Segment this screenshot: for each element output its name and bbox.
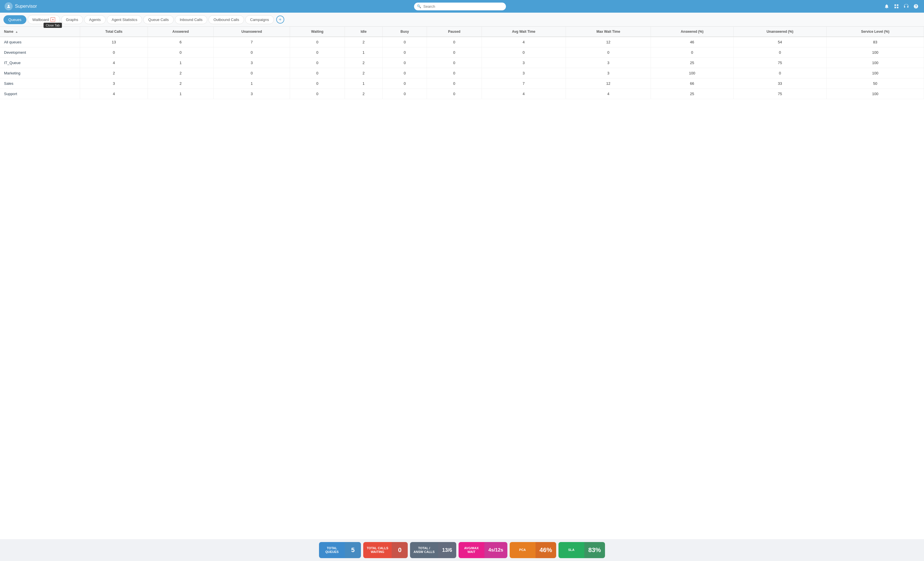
table-cell: 3 <box>566 58 651 68</box>
table-cell: Marketing <box>0 68 80 78</box>
col-waiting: Waiting <box>290 27 345 37</box>
tab-outbound-calls[interactable]: Outbound Calls <box>208 15 244 24</box>
header: Supervisor 🔍 <box>0 0 924 13</box>
queues-table-container: Name ▲ Total Calls Answered Unanswered W… <box>0 27 924 539</box>
table-cell: 3 <box>213 89 290 99</box>
col-paused: Paused <box>427 27 482 37</box>
table-cell: 33 <box>734 78 826 89</box>
stat-total-calls-waiting: TOTAL CALLSWAITING 0 <box>363 542 408 558</box>
table-header-row: Name ▲ Total Calls Answered Unanswered W… <box>0 27 924 37</box>
grid-icon[interactable] <box>893 3 900 10</box>
header-icons <box>883 3 920 10</box>
table-cell: 0 <box>427 58 482 68</box>
headset-icon[interactable] <box>903 3 910 10</box>
stat-pca: PCA 46% <box>510 542 556 558</box>
stat-total-calls-waiting-label: TOTAL CALLSWAITING <box>363 542 392 558</box>
table-cell: 0 <box>382 89 427 99</box>
help-icon[interactable] <box>912 3 920 10</box>
table-cell: 25 <box>651 58 734 68</box>
table-cell: 7 <box>213 37 290 47</box>
table-cell: 1 <box>345 47 382 58</box>
table-cell: 0 <box>80 47 148 58</box>
tab-queues-label: Queues <box>8 18 21 22</box>
table-cell: 83 <box>826 37 924 47</box>
table-cell: 7 <box>482 78 566 89</box>
table-cell: 100 <box>651 68 734 78</box>
tab-agents[interactable]: Agents <box>84 15 105 24</box>
notifications-icon[interactable] <box>883 3 890 10</box>
table-cell: 0 <box>382 78 427 89</box>
tab-agent-statistics[interactable]: Agent Statistics <box>107 15 142 24</box>
stat-total-queues-label: TOTALQUEUES <box>319 542 345 558</box>
tab-queue-calls[interactable]: Queue Calls <box>143 15 174 24</box>
stat-avg-max-wait: AVG/MAXWAIT 4s/12s <box>459 542 507 558</box>
tab-campaigns[interactable]: Campaigns <box>245 15 274 24</box>
table-cell: Sales <box>0 78 80 89</box>
tab-queues[interactable]: Queues <box>3 15 26 24</box>
stat-avg-max-wait-label: AVG/MAXWAIT <box>459 542 484 558</box>
queues-table: Name ▲ Total Calls Answered Unanswered W… <box>0 27 924 99</box>
tab-graphs-label: Graphs <box>66 18 78 22</box>
tab-inbound-calls-label: Inbound Calls <box>180 18 203 22</box>
close-tab-icon[interactable]: ✕ Close Tab <box>51 17 55 22</box>
stat-total-queues-value: 5 <box>345 542 361 558</box>
search-input[interactable] <box>414 3 506 11</box>
table-cell: 0 <box>427 47 482 58</box>
table-cell: 12 <box>566 37 651 47</box>
tab-queue-calls-label: Queue Calls <box>148 18 169 22</box>
tab-inbound-calls[interactable]: Inbound Calls <box>175 15 208 24</box>
tab-outbound-calls-label: Outbound Calls <box>213 18 239 22</box>
table-cell: 4 <box>80 58 148 68</box>
col-answered: Answered <box>148 27 213 37</box>
table-cell: 0 <box>290 78 345 89</box>
table-cell: 0 <box>290 89 345 99</box>
table-row: IT_Queue4130200332575100 <box>0 58 924 68</box>
stat-total-calls-waiting-value: 0 <box>392 542 408 558</box>
table-row: Development00001000000100 <box>0 47 924 58</box>
table-cell: 3 <box>213 58 290 68</box>
user-avatar-icon <box>4 2 13 11</box>
tab-wallboard-label: Wallboard <box>33 18 49 22</box>
add-tab-button[interactable]: + <box>276 15 284 24</box>
table-cell: 25 <box>651 89 734 99</box>
stat-pca-label: PCA <box>510 542 536 558</box>
table-cell: All queues <box>0 37 80 47</box>
table-cell: 0 <box>290 47 345 58</box>
table-cell: 75 <box>734 89 826 99</box>
table-cell: 3 <box>80 78 148 89</box>
stat-sla: SLA 83% <box>558 542 605 558</box>
table-cell: 1 <box>148 89 213 99</box>
col-idle: Idle <box>345 27 382 37</box>
table-cell: 2 <box>345 89 382 99</box>
search-icon: 🔍 <box>417 4 421 8</box>
table-cell: IT_Queue <box>0 58 80 68</box>
stat-total-answ-calls-value: 13/6 <box>438 542 456 558</box>
table-row: Marketing2200200331000100 <box>0 68 924 78</box>
table-body: All queues13670200412465483Development00… <box>0 37 924 99</box>
table-cell: 13 <box>80 37 148 47</box>
table-cell: 2 <box>148 78 213 89</box>
stat-pca-value: 46% <box>536 542 556 558</box>
table-cell: 0 <box>382 68 427 78</box>
col-name[interactable]: Name ▲ <box>0 27 80 37</box>
table-cell: 0 <box>651 47 734 58</box>
search-area: 🔍 <box>37 3 883 11</box>
table-cell: 0 <box>566 47 651 58</box>
table-cell: 2 <box>345 68 382 78</box>
table-cell: 2 <box>148 68 213 78</box>
sort-icon: ▲ <box>15 30 18 33</box>
table-cell: 2 <box>345 37 382 47</box>
col-busy: Busy <box>382 27 427 37</box>
table-cell: 0 <box>290 58 345 68</box>
table-cell: 1 <box>148 58 213 68</box>
tab-wallboard[interactable]: Wallboard ✕ Close Tab <box>28 15 60 24</box>
table-cell: 75 <box>734 58 826 68</box>
table-row: Sales3210100712663350 <box>0 78 924 89</box>
table-cell: 3 <box>482 58 566 68</box>
main-content: Name ▲ Total Calls Answered Unanswered W… <box>0 27 924 561</box>
table-cell: 46 <box>651 37 734 47</box>
table-cell: 100 <box>826 58 924 68</box>
stats-bar: TOTALQUEUES 5 TOTAL CALLSWAITING 0 TOTAL… <box>0 539 924 561</box>
col-avg-wait-time: Avg Wait Time <box>482 27 566 37</box>
tab-graphs[interactable]: Graphs <box>61 15 83 24</box>
